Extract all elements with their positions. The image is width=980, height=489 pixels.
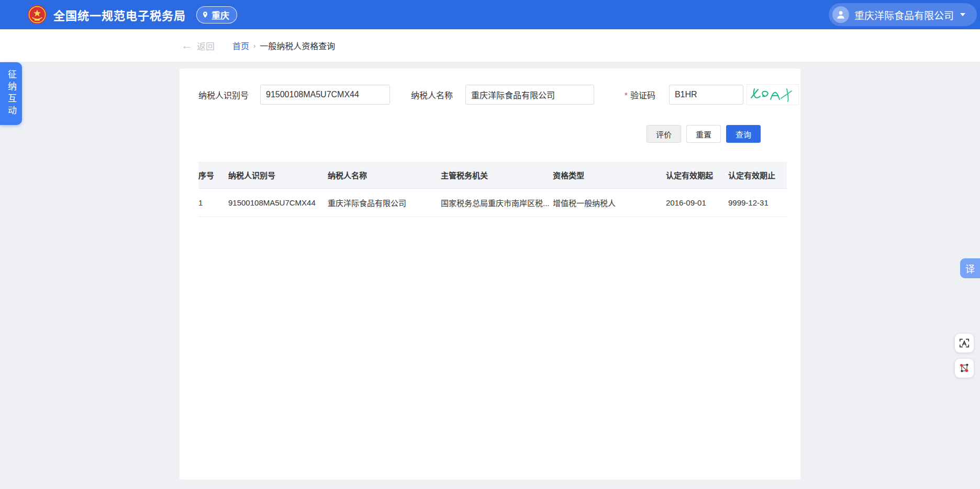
- header-left: 全国统一规范电子税务局 重庆: [27, 5, 237, 25]
- translate-button[interactable]: 译: [960, 258, 980, 278]
- table-header-row: 序号 纳税人识别号 纳税人名称 主管税务机关 资格类型 认定有效期起 认定有效期…: [198, 162, 787, 188]
- national-emblem-logo: [27, 5, 47, 25]
- header-cell-valid-from: 认定有效期起: [666, 162, 728, 188]
- table-row: 1 91500108MA5U7CMX44 重庆洋际食品有限公司 国家税务总局重庆…: [198, 188, 787, 217]
- graph-nodes-icon[interactable]: [955, 359, 974, 378]
- header-cell-name: 纳税人名称: [328, 162, 441, 188]
- query-button[interactable]: 查询: [726, 125, 761, 143]
- breadcrumb-current: 一般纳税人资格查询: [260, 39, 335, 52]
- results-table-container: 序号 纳税人识别号 纳税人名称 主管税务机关 资格类型 认定有效期起 认定有效期…: [198, 162, 787, 217]
- action-buttons: 评价 重置 查询: [180, 125, 800, 143]
- cell-taxpayer-id: 91500108MA5U7CMX44: [228, 188, 328, 217]
- breadcrumb-separator-icon: ›: [253, 42, 255, 50]
- results-table: 序号 纳税人识别号 纳税人名称 主管税务机关 资格类型 认定有效期起 认定有效期…: [198, 162, 787, 217]
- side-tab-interaction[interactable]: 征纳互动: [0, 62, 22, 125]
- user-name: 重庆洋际食品有限公司: [854, 8, 954, 22]
- location-selector[interactable]: 重庆: [196, 6, 237, 24]
- taxpayer-id-label: 纳税人识别号: [198, 88, 249, 101]
- user-menu[interactable]: 重庆洋际食品有限公司: [829, 3, 977, 26]
- captcha-image[interactable]: [747, 84, 799, 105]
- taxpayer-name-input[interactable]: [465, 85, 594, 105]
- breadcrumb-bar: ← 返回 首页 › 一般纳税人资格查询: [0, 29, 980, 62]
- top-header: 全国统一规范电子税务局 重庆 重庆洋际食品有限公司: [0, 0, 980, 29]
- header-cell-taxpayer-id: 纳税人识别号: [228, 162, 328, 188]
- header-cell-type: 资格类型: [553, 162, 666, 188]
- query-panel: 纳税人识别号 纳税人名称 * 验证码 评价 重置 查询: [180, 69, 800, 480]
- cell-valid-from: 2016-09-01: [666, 188, 728, 217]
- cell-index: 1: [198, 188, 228, 217]
- header-cell-index: 序号: [198, 162, 228, 188]
- chevron-down-icon: [960, 13, 965, 16]
- location-label: 重庆: [211, 8, 229, 21]
- evaluate-button[interactable]: 评价: [647, 125, 681, 143]
- user-avatar-icon: [832, 6, 849, 23]
- text-scan-icon[interactable]: [955, 334, 974, 352]
- cell-type: 增值税一般纳税人: [553, 188, 666, 217]
- required-asterisk: *: [625, 90, 628, 99]
- taxpayer-id-input[interactable]: [260, 85, 390, 105]
- back-button[interactable]: 返回: [197, 39, 215, 52]
- cell-name: 重庆洋际食品有限公司: [328, 188, 441, 217]
- query-form: 纳税人识别号 纳税人名称 * 验证码: [180, 69, 800, 105]
- captcha-input[interactable]: [669, 85, 743, 105]
- location-pin-icon: [202, 11, 209, 18]
- reset-button[interactable]: 重置: [686, 125, 721, 143]
- taxpayer-name-label: 纳税人名称: [411, 88, 453, 101]
- breadcrumb-home[interactable]: 首页: [232, 39, 249, 52]
- cell-valid-to: 9999-12-31: [728, 188, 787, 217]
- cell-authority: 国家税务总局重庆市南岸区税...: [441, 188, 553, 217]
- header-cell-authority: 主管税务机关: [441, 162, 553, 188]
- captcha-label: 验证码: [630, 88, 655, 101]
- header-cell-valid-to: 认定有效期止: [728, 162, 787, 188]
- back-arrow-icon[interactable]: ←: [181, 40, 193, 51]
- site-title: 全国统一规范电子税务局: [53, 6, 186, 23]
